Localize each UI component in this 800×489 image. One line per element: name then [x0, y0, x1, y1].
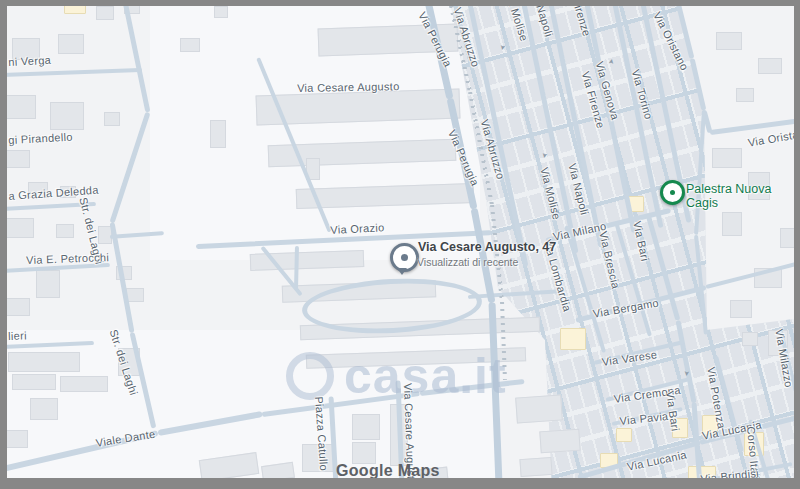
building: [712, 148, 742, 168]
building: [716, 32, 742, 50]
frame-border-bottom: [0, 478, 800, 489]
building: [4, 430, 28, 448]
poi-label: Palestra Nuova Cagis: [686, 182, 800, 210]
building: [96, 6, 114, 20]
pin-dot: [401, 254, 408, 261]
building: [539, 429, 580, 454]
selected-place-title: Via Cesare Augusto, 47: [418, 240, 556, 254]
building: [6, 95, 36, 119]
frame-border-left: [0, 0, 7, 489]
frame-border-right: [794, 0, 800, 489]
one-way-arrow-icon: ➤: [499, 44, 507, 51]
street-label: Via Oristano: [747, 126, 800, 149]
building: [8, 352, 80, 372]
street-label: ni Verga: [8, 54, 51, 68]
building: [6, 150, 30, 168]
one-way-arrow-icon: ➤: [607, 58, 615, 65]
selected-place-pin-tail: [397, 268, 407, 275]
building: [352, 414, 380, 440]
street-label: gi Pirandello: [8, 131, 73, 146]
poi-pin-icon[interactable]: [660, 180, 685, 205]
building: [50, 102, 84, 130]
building: [352, 442, 376, 464]
building: [722, 212, 742, 236]
building: [56, 224, 74, 238]
map-screenshot: ➤➤➤➤➤➤ Via PerugiaVia AbruzzoVia MoliseV…: [0, 0, 800, 489]
one-way-arrow-icon: ➤: [541, 152, 549, 159]
building: [742, 332, 758, 346]
building: [180, 38, 200, 52]
building: [60, 376, 108, 392]
building: [58, 34, 84, 54]
building: [736, 88, 754, 102]
road: [706, 261, 800, 289]
street-label: Via Cesare Augusto: [297, 80, 400, 94]
building: [214, 6, 228, 18]
building: [730, 300, 752, 318]
building: [6, 298, 30, 316]
frame-border-top: [0, 0, 800, 6]
pin-dot: [670, 190, 675, 195]
road: [122, 0, 151, 113]
selected-place-subtitle: Visualizzati di recente: [417, 256, 518, 268]
building: [104, 112, 120, 126]
building: [6, 218, 34, 238]
road: [0, 68, 142, 77]
building: [12, 374, 56, 390]
building: [758, 58, 782, 74]
building: [30, 398, 58, 420]
map-canvas[interactable]: ➤➤➤➤➤➤ Via PerugiaVia AbruzzoVia MoliseV…: [0, 0, 800, 489]
poi-building: [560, 328, 586, 350]
building: [519, 457, 552, 477]
street-label: lieri: [8, 329, 27, 342]
building: [515, 394, 563, 423]
building: [36, 270, 60, 298]
one-way-arrow-icon: ➤: [683, 370, 690, 376]
railway-line: [500, 302, 507, 380]
road: [110, 111, 151, 223]
poi-building: [616, 428, 632, 442]
building: [210, 120, 226, 148]
